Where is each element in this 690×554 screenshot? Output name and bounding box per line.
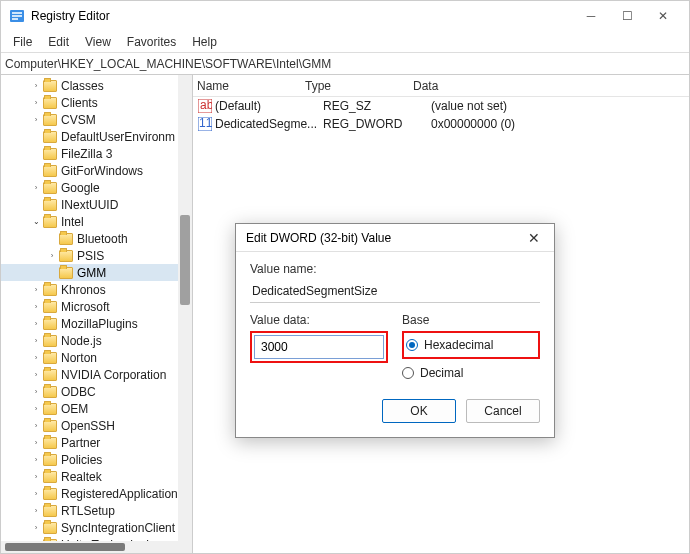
chevron-right-icon[interactable]: › [31,489,41,498]
radio-on-icon [406,339,418,351]
menu-help[interactable]: Help [184,33,225,51]
ok-button[interactable]: OK [382,399,456,423]
folder-icon [43,284,57,296]
col-name[interactable]: Name [197,79,305,93]
list-header: Name Type Data [193,75,689,97]
folder-icon [43,97,57,109]
chevron-down-icon[interactable]: ⌄ [31,217,41,226]
tree-item-label: INextUUID [61,198,118,212]
close-button[interactable]: ✕ [645,2,681,30]
tree-item[interactable]: ›OEM [1,400,192,417]
string-value-icon: ab [197,99,213,113]
tree-item[interactable]: ›Khronos [1,281,192,298]
folder-icon [59,267,73,279]
tree-item[interactable]: ›OpenSSH [1,417,192,434]
chevron-right-icon[interactable]: › [31,506,41,515]
folder-icon [43,437,57,449]
tree-item[interactable]: ›RTLSetup [1,502,192,519]
tree-item-label: Policies [61,453,102,467]
tree-item[interactable]: ›Realtek [1,468,192,485]
tree-item[interactable]: ›PSIS [1,247,192,264]
chevron-right-icon[interactable]: › [31,421,41,430]
list-row[interactable]: ab (Default) REG_SZ (value not set) [193,97,689,115]
tree-vertical-scrollbar[interactable] [178,75,192,553]
svg-rect-2 [12,15,22,17]
tree-item-label: NVIDIA Corporation [61,368,166,382]
list-row[interactable]: 110 DedicatedSegme... REG_DWORD 0x000000… [193,115,689,133]
chevron-right-icon[interactable]: › [31,404,41,413]
chevron-right-icon[interactable]: › [31,285,41,294]
titlebar: Registry Editor ─ ☐ ✕ [1,1,689,31]
folder-icon [43,335,57,347]
chevron-right-icon[interactable]: › [31,455,41,464]
chevron-right-icon[interactable]: › [31,387,41,396]
menu-view[interactable]: View [77,33,119,51]
chevron-right-icon[interactable]: › [31,302,41,311]
chevron-right-icon[interactable]: › [31,81,41,90]
tree-item[interactable]: ›RegisteredApplication [1,485,192,502]
app-icon [9,8,25,24]
tree-item[interactable]: ⌄Intel [1,213,192,230]
value-data-input[interactable] [254,335,384,359]
col-type[interactable]: Type [305,79,413,93]
dec-label: Decimal [420,366,463,380]
tree-item-label: Bluetooth [77,232,128,246]
folder-icon [43,318,57,330]
chevron-right-icon[interactable]: › [31,523,41,532]
tree-item[interactable]: ›Classes [1,77,192,94]
value-data-label: Value data: [250,313,388,327]
chevron-right-icon[interactable]: › [31,98,41,107]
tree-item[interactable]: FileZilla 3 [1,145,192,162]
radio-decimal[interactable]: Decimal [402,363,540,383]
address-bar[interactable]: Computer\HKEY_LOCAL_MACHINE\SOFTWARE\Int… [1,53,689,75]
dialog-title: Edit DWORD (32-bit) Value [246,231,524,245]
chevron-right-icon[interactable]: › [31,115,41,124]
chevron-right-icon[interactable]: › [31,438,41,447]
tree-item[interactable]: ›Node.js [1,332,192,349]
tree-item[interactable]: DefaultUserEnvironm [1,128,192,145]
tree-item[interactable]: ›Google [1,179,192,196]
tree-item[interactable]: ›Policies [1,451,192,468]
chevron-right-icon[interactable]: › [47,251,57,260]
chevron-right-icon[interactable]: › [31,336,41,345]
dialog-titlebar: Edit DWORD (32-bit) Value ✕ [236,224,554,252]
tree-item[interactable]: Bluetooth [1,230,192,247]
tree-item[interactable]: GitForWindows [1,162,192,179]
tree-item[interactable]: ›SyncIntegrationClient [1,519,192,536]
cancel-button[interactable]: Cancel [466,399,540,423]
tree-item[interactable]: GMM [1,264,192,281]
menu-edit[interactable]: Edit [40,33,77,51]
folder-icon [43,148,57,160]
chevron-right-icon[interactable]: › [31,472,41,481]
tree-item[interactable]: ›Microsoft [1,298,192,315]
maximize-button[interactable]: ☐ [609,2,645,30]
tree-item[interactable]: ›Partner [1,434,192,451]
menu-file[interactable]: File [5,33,40,51]
tree-item[interactable]: ›Norton [1,349,192,366]
tree-item-label: DefaultUserEnvironm [61,130,175,144]
chevron-right-icon[interactable]: › [31,319,41,328]
cell-name: DedicatedSegme... [215,117,323,131]
tree-item[interactable]: ›CVSM [1,111,192,128]
folder-icon [43,131,57,143]
value-data-highlight [250,331,388,363]
tree-item[interactable]: ›MozillaPlugins [1,315,192,332]
dialog-close-icon[interactable]: ✕ [524,230,544,246]
tree-item[interactable]: ›NVIDIA Corporation [1,366,192,383]
value-name-field[interactable]: DedicatedSegmentSize [250,280,540,303]
tree-item[interactable]: INextUUID [1,196,192,213]
tree-horizontal-scrollbar[interactable] [1,541,192,553]
tree-item[interactable]: ›ODBC [1,383,192,400]
chevron-right-icon[interactable]: › [31,183,41,192]
tree-item[interactable]: ›Clients [1,94,192,111]
svg-rect-1 [12,12,22,14]
minimize-button[interactable]: ─ [573,2,609,30]
tree-item-label: OpenSSH [61,419,115,433]
chevron-right-icon[interactable]: › [31,370,41,379]
tree-item-label: GMM [77,266,106,280]
chevron-right-icon[interactable]: › [31,353,41,362]
radio-hexadecimal[interactable]: Hexadecimal [406,335,536,355]
menu-favorites[interactable]: Favorites [119,33,184,51]
col-data[interactable]: Data [413,79,438,93]
tree-item-label: Microsoft [61,300,110,314]
